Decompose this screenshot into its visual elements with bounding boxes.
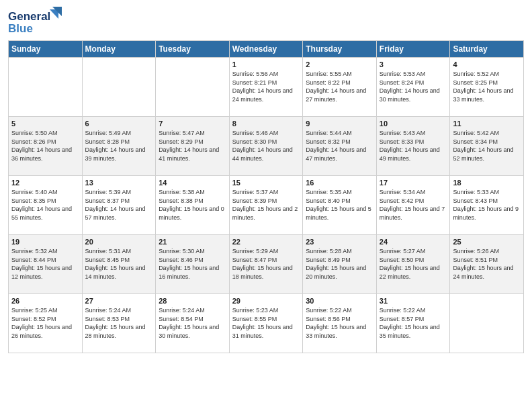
cell-2-5: 9Sunrise: 5:44 AMSunset: 8:32 PMDaylight… [303,117,377,176]
cell-details: Sunrise: 5:43 AMSunset: 8:33 PMDaylight:… [380,129,447,163]
day-number: 2 [306,60,373,68]
cell-2-7: 11Sunrise: 5:42 AMSunset: 8:34 PMDayligh… [450,117,524,176]
col-header-thursday: Thursday [303,41,377,58]
day-number: 19 [11,238,79,246]
col-header-wednesday: Wednesday [229,41,303,58]
week-row-2: 5Sunrise: 5:50 AMSunset: 8:26 PMDaylight… [9,117,524,176]
day-number: 25 [453,238,521,246]
col-header-friday: Friday [376,41,450,58]
cell-4-5: 23Sunrise: 5:28 AMSunset: 8:49 PMDayligh… [303,235,377,294]
cell-4-1: 19Sunrise: 5:32 AMSunset: 8:44 PMDayligh… [9,235,83,294]
day-number: 21 [159,238,226,246]
cell-details: Sunrise: 5:52 AMSunset: 8:25 PMDaylight:… [453,70,521,103]
cell-details: Sunrise: 5:53 AMSunset: 8:24 PMDaylight:… [380,70,447,103]
cell-details: Sunrise: 5:49 AMSunset: 8:28 PMDaylight:… [85,129,153,163]
cell-1-2 [82,58,156,117]
cell-details: Sunrise: 5:25 AMSunset: 8:52 PMDaylight:… [11,306,79,340]
cell-3-7: 18Sunrise: 5:33 AMSunset: 8:43 PMDayligh… [450,176,524,235]
cell-2-6: 10Sunrise: 5:43 AMSunset: 8:33 PMDayligh… [376,117,450,176]
week-row-4: 19Sunrise: 5:32 AMSunset: 8:44 PMDayligh… [9,235,524,294]
cell-4-2: 20Sunrise: 5:31 AMSunset: 8:45 PMDayligh… [82,235,156,294]
cell-3-6: 17Sunrise: 5:34 AMSunset: 8:42 PMDayligh… [376,176,450,235]
cell-details: Sunrise: 5:35 AMSunset: 8:40 PMDaylight:… [306,188,373,222]
day-number: 29 [232,297,300,305]
day-number: 17 [380,179,447,187]
day-number: 11 [453,120,521,128]
day-number: 13 [85,179,153,187]
cell-details: Sunrise: 5:30 AMSunset: 8:46 PMDaylight:… [159,247,226,281]
cell-details: Sunrise: 5:23 AMSunset: 8:55 PMDaylight:… [232,306,300,340]
day-number: 12 [11,179,79,187]
cell-details: Sunrise: 5:47 AMSunset: 8:29 PMDaylight:… [159,129,226,163]
header-row-days: SundayMondayTuesdayWednesdayThursdayFrid… [9,41,524,58]
cell-details: Sunrise: 5:42 AMSunset: 8:34 PMDaylight:… [453,129,521,163]
cell-details: Sunrise: 5:29 AMSunset: 8:47 PMDaylight:… [232,247,300,281]
day-number: 4 [453,60,521,68]
cell-details: Sunrise: 5:26 AMSunset: 8:51 PMDaylight:… [453,247,521,281]
cell-5-5: 30Sunrise: 5:22 AMSunset: 8:56 PMDayligh… [303,294,377,353]
svg-text:General: General [8,10,50,23]
cell-details: Sunrise: 5:32 AMSunset: 8:44 PMDaylight:… [11,247,79,281]
main-container: GeneralBlue SundayMondayTuesdayWednesday… [0,0,532,357]
cell-1-6: 3Sunrise: 5:53 AMSunset: 8:24 PMDaylight… [376,58,450,117]
day-number: 1 [232,60,300,68]
day-number: 5 [11,120,79,128]
cell-2-4: 8Sunrise: 5:46 AMSunset: 8:30 PMDaylight… [229,117,303,176]
day-number: 27 [85,297,153,305]
week-row-3: 12Sunrise: 5:40 AMSunset: 8:35 PMDayligh… [9,176,524,235]
cell-3-1: 12Sunrise: 5:40 AMSunset: 8:35 PMDayligh… [9,176,83,235]
cell-1-3 [156,58,230,117]
col-header-sunday: Sunday [9,41,83,58]
cell-details: Sunrise: 5:44 AMSunset: 8:32 PMDaylight:… [306,129,373,163]
col-header-saturday: Saturday [450,41,524,58]
cell-2-2: 6Sunrise: 5:49 AMSunset: 8:28 PMDaylight… [82,117,156,176]
cell-details: Sunrise: 5:24 AMSunset: 8:53 PMDaylight:… [85,306,153,340]
cell-details: Sunrise: 5:37 AMSunset: 8:39 PMDaylight:… [232,188,300,222]
calendar-table: SundayMondayTuesdayWednesdayThursdayFrid… [8,40,524,353]
week-row-5: 26Sunrise: 5:25 AMSunset: 8:52 PMDayligh… [9,294,524,353]
cell-2-1: 5Sunrise: 5:50 AMSunset: 8:26 PMDaylight… [9,117,83,176]
cell-2-3: 7Sunrise: 5:47 AMSunset: 8:29 PMDaylight… [156,117,230,176]
day-number: 30 [306,297,373,305]
cell-details: Sunrise: 5:27 AMSunset: 8:50 PMDaylight:… [380,247,447,281]
cell-5-6: 31Sunrise: 5:22 AMSunset: 8:57 PMDayligh… [376,294,450,353]
day-number: 9 [306,120,373,128]
cell-3-3: 14Sunrise: 5:38 AMSunset: 8:38 PMDayligh… [156,176,230,235]
cell-1-1 [9,58,83,117]
cell-details: Sunrise: 5:22 AMSunset: 8:56 PMDaylight:… [306,306,373,340]
cell-3-2: 13Sunrise: 5:39 AMSunset: 8:37 PMDayligh… [82,176,156,235]
day-number: 16 [306,179,373,187]
cell-4-6: 24Sunrise: 5:27 AMSunset: 8:50 PMDayligh… [376,235,450,294]
col-header-monday: Monday [82,41,156,58]
cell-5-2: 27Sunrise: 5:24 AMSunset: 8:53 PMDayligh… [82,294,156,353]
cell-details: Sunrise: 5:50 AMSunset: 8:26 PMDaylight:… [11,129,79,163]
day-number: 24 [380,238,447,246]
svg-text:Blue: Blue [8,22,33,35]
cell-1-4: 1Sunrise: 5:56 AMSunset: 8:21 PMDaylight… [229,58,303,117]
cell-1-5: 2Sunrise: 5:55 AMSunset: 8:22 PMDaylight… [303,58,377,117]
cell-details: Sunrise: 5:39 AMSunset: 8:37 PMDaylight:… [85,188,153,222]
day-number: 10 [380,120,447,128]
cell-4-3: 21Sunrise: 5:30 AMSunset: 8:46 PMDayligh… [156,235,230,294]
day-number: 7 [159,120,226,128]
cell-details: Sunrise: 5:55 AMSunset: 8:22 PMDaylight:… [306,70,373,103]
day-number: 18 [453,179,521,187]
logo: GeneralBlue [8,7,62,36]
day-number: 3 [380,60,447,68]
col-header-tuesday: Tuesday [156,41,230,58]
week-row-1: 1Sunrise: 5:56 AMSunset: 8:21 PMDaylight… [9,58,524,117]
cell-4-4: 22Sunrise: 5:29 AMSunset: 8:47 PMDayligh… [229,235,303,294]
cell-1-7: 4Sunrise: 5:52 AMSunset: 8:25 PMDaylight… [450,58,524,117]
cell-details: Sunrise: 5:24 AMSunset: 8:54 PMDaylight:… [159,306,226,340]
day-number: 8 [232,120,300,128]
day-number: 31 [380,297,447,305]
day-number: 20 [85,238,153,246]
cell-details: Sunrise: 5:33 AMSunset: 8:43 PMDaylight:… [453,188,521,222]
cell-details: Sunrise: 5:28 AMSunset: 8:49 PMDaylight:… [306,247,373,281]
cell-5-3: 28Sunrise: 5:24 AMSunset: 8:54 PMDayligh… [156,294,230,353]
cell-3-4: 15Sunrise: 5:37 AMSunset: 8:39 PMDayligh… [229,176,303,235]
logo-svg: GeneralBlue [8,7,62,36]
header-row: GeneralBlue [8,7,524,36]
day-number: 22 [232,238,300,246]
day-number: 6 [85,120,153,128]
